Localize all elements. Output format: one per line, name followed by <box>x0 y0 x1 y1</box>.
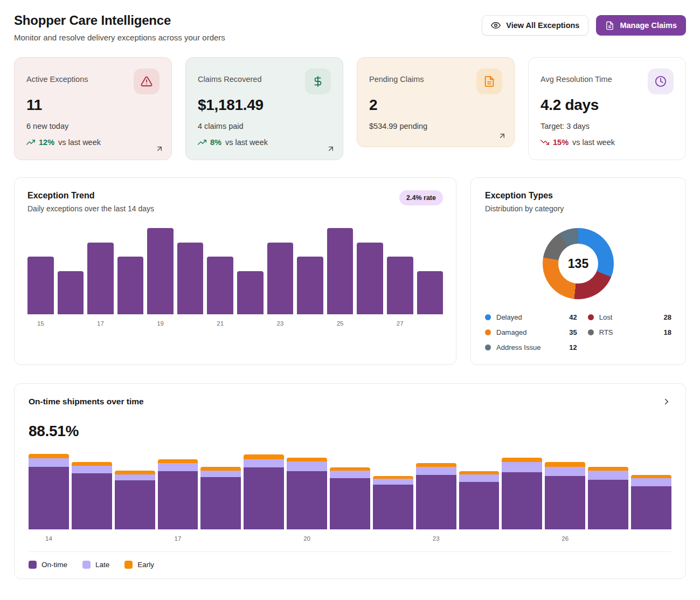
segment-on-time <box>459 482 500 529</box>
header-actions: View All Exceptions Manage Claims <box>482 15 686 36</box>
kpi-sub: Target: 3 days <box>540 122 674 130</box>
chevron-right-icon[interactable] <box>662 397 671 406</box>
segment-late <box>416 467 456 475</box>
kpi-value: 11 <box>26 96 160 114</box>
trend-bar-day-19 <box>147 228 174 314</box>
trend-bar-day-20 <box>177 243 204 314</box>
legend-swatch <box>82 561 91 569</box>
ontime-x-label <box>244 535 284 542</box>
kpi-sub: 4 claims paid <box>198 122 331 130</box>
trend-down-icon <box>540 138 549 147</box>
ontime-x-label <box>502 535 542 542</box>
ontime-x-label <box>631 535 671 542</box>
segment-on-time <box>330 478 370 529</box>
ontime-stacked-chart <box>29 454 671 529</box>
legend-dot <box>485 329 491 335</box>
segment-late <box>330 471 370 478</box>
legend-label: Lost <box>599 313 659 321</box>
ontime-headline-value: 88.51% <box>29 423 671 440</box>
segment-late <box>158 463 198 471</box>
segment-on-time <box>200 477 241 529</box>
ontime-x-label <box>115 535 155 542</box>
eye-icon <box>491 20 501 30</box>
stacked-bar-day-21 <box>330 454 370 529</box>
view-all-exceptions-button[interactable]: View All Exceptions <box>482 15 588 36</box>
file-text-icon <box>476 68 502 94</box>
kpi-label: Pending Claims <box>369 68 424 84</box>
legend-item-damaged: Damaged35 <box>485 328 577 336</box>
trend-bar-day-23 <box>267 243 294 314</box>
segment-on-time <box>115 480 155 529</box>
segment-early <box>200 467 241 471</box>
donut-hole: 135 <box>558 244 598 284</box>
legend-item-delayed: Delayed42 <box>485 313 577 321</box>
trend-x-label <box>237 320 264 327</box>
manage-claims-label: Manage Claims <box>620 22 677 30</box>
segment-late <box>373 479 413 485</box>
stacked-bar-day-26 <box>545 454 585 529</box>
stacked-bar-day-15 <box>72 454 112 529</box>
segment-late <box>588 471 628 480</box>
kpi-value: $1,181.49 <box>198 96 331 114</box>
trend-x-label: 27 <box>387 320 413 327</box>
legend-value: 18 <box>664 328 671 336</box>
donut-chart: 135 <box>543 228 614 299</box>
trend-bar-day-21 <box>207 257 233 314</box>
page-title: Shopper Care Intelligence <box>14 13 225 28</box>
page-subtitle: Monitor and resolve delivery exceptions … <box>14 33 225 42</box>
stacked-bar-day-14 <box>29 454 69 529</box>
legend-label: Early <box>137 561 154 569</box>
ontime-x-label: 20 <box>287 535 327 542</box>
kpi-card-claims-recovered[interactable]: Claims Recovered$1,181.494 claims paid8%… <box>185 57 343 160</box>
manage-claims-button[interactable]: Manage Claims <box>596 15 686 36</box>
stacked-bar-day-22 <box>373 454 413 529</box>
segment-late <box>287 461 327 471</box>
ontime-x-label <box>330 535 370 542</box>
trend-x-label <box>117 320 144 327</box>
segment-on-time <box>545 476 585 529</box>
legend-dot <box>485 344 491 350</box>
stacked-bar-day-23 <box>416 454 456 529</box>
arrow-up-right-icon[interactable] <box>155 144 164 153</box>
kpi-trend: 12%vs last week <box>26 138 160 147</box>
legend-value: 28 <box>664 313 671 321</box>
legend-label: On-time <box>41 561 67 569</box>
ontime-x-label <box>200 535 241 542</box>
ontime-x-label <box>588 535 628 542</box>
trend-bar-day-28 <box>417 271 443 314</box>
kpi-card-active-exceptions[interactable]: Active Exceptions116 new today12%vs last… <box>14 57 172 160</box>
segment-on-time <box>72 473 112 529</box>
ontime-legend-item-on-time: On-time <box>29 561 67 569</box>
stacked-bar-day-16 <box>115 454 155 529</box>
segment-early <box>287 458 327 461</box>
segment-early <box>115 471 155 474</box>
trend-x-label <box>357 320 383 327</box>
segment-late <box>115 474 155 480</box>
segment-on-time <box>502 472 542 529</box>
segment-on-time <box>631 486 671 529</box>
trend-x-label <box>297 320 323 327</box>
segment-early <box>29 454 69 458</box>
page-header: Shopper Care Intelligence Monitor and re… <box>14 13 686 42</box>
segment-late <box>631 478 671 486</box>
trend-bar-day-16 <box>58 271 84 314</box>
exception-types-legend: Delayed42Lost28Damaged35RTS18Address Iss… <box>485 313 671 351</box>
ontime-x-label: 17 <box>158 535 198 542</box>
ontime-legend-item-late: Late <box>82 561 109 569</box>
exception-trend-subtitle: Daily exceptions over the last 14 days <box>27 204 443 213</box>
segment-early <box>158 459 198 463</box>
ontime-x-label: 23 <box>416 535 456 542</box>
stacked-bar-day-17 <box>158 454 198 529</box>
stacked-bar-day-18 <box>200 454 241 529</box>
ontime-title: On-time shipments over time <box>29 397 144 406</box>
arrow-up-right-icon[interactable] <box>498 132 507 140</box>
segment-late <box>459 474 500 482</box>
trend-x-label <box>177 320 204 327</box>
exception-trend-x-axis: 15171921232527 <box>27 320 443 327</box>
kpi-card-pending-claims[interactable]: Pending Claims2$534.99 pending <box>357 57 515 147</box>
legend-label: Delayed <box>496 313 564 321</box>
trend-x-label: 19 <box>147 320 174 327</box>
stacked-bar-day-19 <box>244 454 284 529</box>
arrow-up-right-icon[interactable] <box>327 144 335 153</box>
exception-types-card: Exception Types Distribution by category… <box>470 177 686 365</box>
